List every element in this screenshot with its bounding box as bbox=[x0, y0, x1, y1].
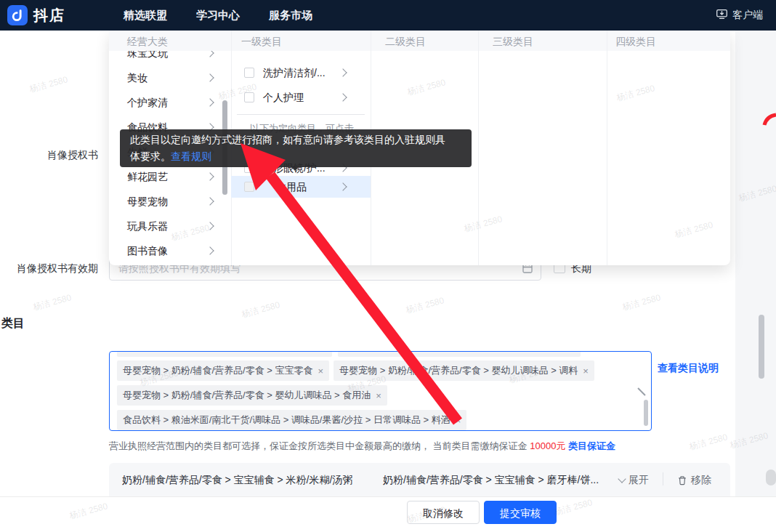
remove-tag-icon[interactable]: × bbox=[318, 366, 323, 376]
chevron-right-icon bbox=[206, 222, 214, 230]
tooltip-caret bbox=[291, 166, 299, 171]
chevron-right-icon bbox=[206, 246, 214, 254]
checkbox[interactable] bbox=[244, 92, 254, 102]
chevron-right-icon bbox=[339, 68, 347, 76]
watermark: 杨洁 2580 bbox=[621, 291, 663, 313]
trash-icon bbox=[677, 475, 687, 485]
level1-category-item[interactable]: 个人护理 bbox=[231, 86, 371, 108]
clipped-tag-row bbox=[338, 352, 581, 357]
chevron-right-icon bbox=[206, 51, 214, 57]
portrait-validity-label: 肖像授权书有效期 bbox=[0, 262, 98, 275]
view-rules-link[interactable]: 查看规则 bbox=[171, 150, 211, 162]
remove-tag-icon[interactable]: × bbox=[456, 415, 461, 426]
remove-tag-icon[interactable]: × bbox=[376, 390, 381, 401]
major-category-item[interactable]: 珠宝文玩 bbox=[109, 51, 231, 64]
page-right-gutter bbox=[735, 31, 776, 497]
watermark: 杨洁 2580 bbox=[405, 294, 446, 316]
cascader-header: 二级类目 bbox=[385, 36, 426, 49]
deposit-amount: 10000元 bbox=[530, 440, 565, 451]
deposit-hint: 营业执照经营范围内的类目都可选择，保证金按所选类目中金额最高的缴纳， 当前类目需… bbox=[109, 440, 615, 453]
portrait-authorization-label: 肖像授权书 bbox=[0, 149, 98, 162]
field-scrollbar[interactable] bbox=[644, 400, 648, 426]
nav-item-learning[interactable]: 学习中心 bbox=[196, 0, 240, 31]
page-scrollbar[interactable] bbox=[759, 315, 764, 379]
chevron-right-icon bbox=[206, 73, 214, 81]
cascader-header: 四级类目 bbox=[615, 36, 656, 49]
cascader-header: 经营大类 bbox=[127, 36, 168, 49]
remove-tag-icon[interactable]: × bbox=[583, 366, 589, 376]
major-category-item[interactable]: 鲜花园艺 bbox=[109, 166, 231, 188]
client-download-label: 客户端 bbox=[732, 9, 763, 22]
field-resize-grip[interactable] bbox=[637, 387, 645, 395]
level1-category-item[interactable]: 洗护清洁剂/... bbox=[231, 62, 371, 84]
brand[interactable]: 抖店 bbox=[7, 5, 65, 25]
column-divider bbox=[607, 31, 607, 265]
watermark: 杨洁 2580 bbox=[241, 299, 282, 321]
expand-button[interactable]: 展开 bbox=[619, 474, 649, 487]
douyin-shop-logo-icon bbox=[7, 5, 28, 25]
selected-path: 奶粉/辅食/营养品/零食 > 宝宝辅食 > 米粉/米糊/汤粥 bbox=[122, 474, 352, 487]
remove-button[interactable]: 移除 bbox=[677, 474, 711, 487]
chevron-right-icon bbox=[206, 98, 214, 106]
major-category-item[interactable]: 个护家清 bbox=[109, 92, 231, 113]
chevron-down-icon bbox=[618, 475, 626, 483]
clipped-tag-row bbox=[117, 352, 332, 357]
category-tag[interactable]: 母婴宠物 > 奶粉/辅食/营养品/零食 > 婴幼儿调味品 > 调料× bbox=[334, 360, 594, 381]
cancel-button[interactable]: 取消修改 bbox=[407, 501, 480, 524]
category-section-title: 类目 bbox=[1, 316, 25, 331]
major-category-item[interactable]: 母婴宠物 bbox=[109, 190, 231, 212]
watermark: 杨洁 2580 bbox=[32, 291, 73, 313]
chevron-right-icon bbox=[339, 93, 347, 101]
footer-bar: 取消修改 提交审核 bbox=[0, 497, 776, 532]
selected-category-bar: 奶粉/辅食/营养品/零食 > 宝宝辅食 > 米粉/米糊/汤粥 奶粉/辅食/营养品… bbox=[109, 463, 730, 497]
chevron-right-icon bbox=[339, 182, 347, 190]
divider bbox=[663, 472, 663, 485]
column-divider bbox=[478, 31, 479, 265]
view-category-help-link[interactable]: 查看类目说明 bbox=[658, 362, 719, 375]
edge-widget[interactable] bbox=[766, 469, 776, 485]
nav-item-market[interactable]: 服务市场 bbox=[269, 0, 312, 31]
brand-name: 抖店 bbox=[33, 6, 65, 25]
major-category-item[interactable]: 玩具乐器 bbox=[109, 215, 231, 237]
selected-path: 奶粉/辅食/营养品/零食 > 宝宝辅食 > 磨牙棒/饼... bbox=[383, 474, 599, 487]
nav-item-affiliate[interactable]: 精选联盟 bbox=[124, 0, 167, 31]
business-category-field[interactable]: 母婴宠物 > 奶粉/辅食/营养品/零食 > 宝宝零食× 母婴宠物 > 奶粉/辅食… bbox=[109, 351, 652, 431]
watermark: 杨洁 2580 bbox=[688, 431, 729, 453]
category-tag[interactable]: 母婴宠物 > 奶粉/辅食/营养品/零食 > 婴幼儿调味品 > 食用油× bbox=[117, 385, 387, 406]
chevron-right-icon bbox=[206, 197, 214, 205]
major-category-item[interactable]: 美妆 bbox=[109, 67, 231, 89]
submit-review-button[interactable]: 提交审核 bbox=[484, 501, 557, 524]
top-navbar: 抖店 精选联盟 学习中心 服务市场 客户端 bbox=[0, 0, 776, 31]
watermark: 杨洁 2580 bbox=[28, 73, 70, 95]
level1-category-item-highlighted[interactable]: 生用品 bbox=[231, 176, 371, 198]
deposit-link[interactable]: 类目保证金 bbox=[568, 440, 615, 451]
category-tag-list: 母婴宠物 > 奶粉/辅食/营养品/零食 > 宝宝零食× 母婴宠物 > 奶粉/辅食… bbox=[117, 360, 636, 430]
cascader-header: 一级类目 bbox=[241, 36, 282, 49]
checkbox[interactable] bbox=[244, 68, 254, 78]
client-download-icon bbox=[716, 8, 728, 23]
category-tag[interactable]: 母婴宠物 > 奶粉/辅食/营养品/零食 > 宝宝零食× bbox=[117, 360, 329, 381]
cascader-header: 三级类目 bbox=[493, 36, 533, 49]
divider bbox=[237, 114, 365, 115]
client-download[interactable]: 客户端 bbox=[716, 0, 763, 31]
chevron-right-icon bbox=[206, 172, 214, 180]
checkbox[interactable] bbox=[244, 182, 254, 192]
invitation-tooltip: 此类目以定向邀约方式进行招商，如有意向请参考该类目的入驻规则具体要求。查看规则 bbox=[120, 129, 472, 167]
category-tag[interactable]: 食品饮料 > 粮油米面/南北干货/调味品 > 调味品/果酱/沙拉 > 日常调味品… bbox=[117, 410, 466, 430]
major-category-item[interactable]: 图书音像 bbox=[109, 240, 231, 262]
